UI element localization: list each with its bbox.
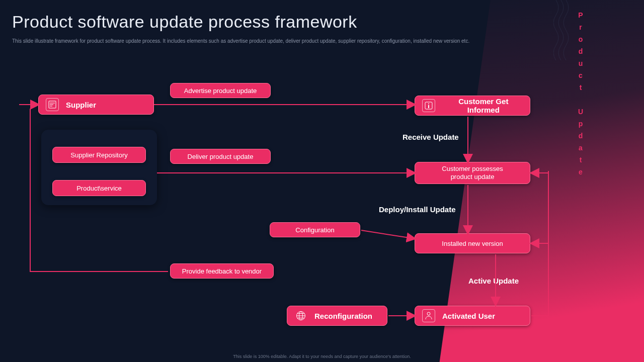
node-advertise: Advertise product update xyxy=(170,83,271,98)
info-icon xyxy=(422,99,435,112)
node-deliver: Deliver product update xyxy=(170,149,271,164)
node-reconfiguration: Reconfiguration xyxy=(287,306,387,326)
node-installed: Installed new version xyxy=(415,233,530,253)
step-active-label: Active Update xyxy=(468,277,519,285)
node-reconfiguration-label: Reconfiguration xyxy=(314,312,372,320)
node-activated-user-label: Activated User xyxy=(442,312,495,320)
node-product-service-label: Product\service xyxy=(76,185,122,192)
node-supplier-repo: Supplier Repository xyxy=(52,147,146,163)
node-supplier: Supplier xyxy=(38,95,154,115)
node-customer-informed: Customer Get Informed xyxy=(415,96,530,116)
svg-point-2 xyxy=(428,104,429,105)
node-supplier-label: Supplier xyxy=(66,101,96,109)
node-installed-label: Installed new version xyxy=(442,240,503,247)
supplier-icon xyxy=(46,98,59,111)
decorative-waves xyxy=(553,0,574,60)
svg-rect-3 xyxy=(428,105,429,108)
side-label: Product Update xyxy=(577,11,585,180)
globe-icon xyxy=(294,309,307,322)
node-customer-possesses-l1: Customer possesses xyxy=(442,165,503,173)
node-provide-feedback: Provide feedback to vendor xyxy=(170,263,274,279)
node-activated-user: Activated User xyxy=(415,306,530,326)
page-title: Product software update process framewor… xyxy=(12,12,357,32)
node-customer-possesses: Customer possesses product update xyxy=(415,162,530,184)
node-customer-informed-label: Customer Get Informed xyxy=(442,97,525,114)
page-subtitle: This slide illustrate framework for prod… xyxy=(12,38,469,44)
node-customer-possesses-l2: product update xyxy=(451,173,495,181)
node-product-service: Product\service xyxy=(52,180,146,196)
step-receive-label: Receive Update xyxy=(403,133,459,141)
node-provide-feedback-label: Provide feedback to vendor xyxy=(182,267,262,275)
user-icon xyxy=(422,309,435,322)
node-deliver-label: Deliver product update xyxy=(188,153,254,160)
step-deploy-label: Deploy/Install Update xyxy=(379,205,456,214)
node-configuration-label: Configuration xyxy=(295,226,334,234)
node-supplier-repo-label: Supplier Repository xyxy=(70,151,127,159)
node-configuration: Configuration xyxy=(270,222,360,237)
node-advertise-label: Advertise product update xyxy=(184,87,257,95)
footer-note: This slide is 100% editable. Adapt it to… xyxy=(0,354,644,359)
svg-point-6 xyxy=(427,312,430,315)
